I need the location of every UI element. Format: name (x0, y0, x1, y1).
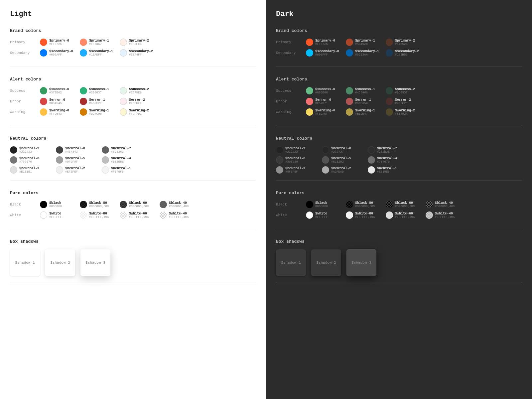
color-info: $neutral-1 #F5F5F5 (111, 167, 131, 174)
color-item: $error-0 #F57071 (306, 98, 342, 105)
dark-success-row: Success $success-0 #66BD88 $success-1 #4… (276, 87, 522, 94)
light-white-row: White $white #FFFFFF $white-80 #FFFFFF,8… (10, 211, 256, 219)
color-item: $black-40 #000000,40% (160, 201, 196, 208)
color-item: $secondary-1 #1EADFF (80, 49, 116, 57)
light-warning-items: $warning-0 #FFC043 $warning-1 #D27C00 (40, 108, 156, 116)
color-item: $primary-0 #FF5725 (40, 39, 76, 46)
color-hex: #00BFFF (315, 53, 339, 57)
color-name: $warning-1 (89, 109, 109, 112)
dark-neutral-label: Neutral colors (276, 136, 522, 141)
light-alert-section: Alert colors Success $success-0 #379B62 … (10, 77, 256, 126)
color-item: $warning-0 #F5DA5F (306, 108, 342, 116)
light-black-items: $black #000000 $black-80 #000000,80% (40, 201, 196, 208)
dark-white-row: White $white #FFFFFF $white-80 #FFFFFF,8… (276, 211, 522, 219)
dark-pure-section: Pure colors Black $black #000000 $black-… (276, 191, 522, 229)
dark-shadows-label: Box shadows (276, 239, 522, 244)
color-hex: #E3F4FF (129, 53, 153, 57)
light-title: Light (10, 10, 256, 18)
color-info: $secondary-2 #E3F4FF (129, 50, 153, 57)
light-neutral-items: $neutral-9 #222222 $neutral-8 #434343 $n… (10, 146, 256, 174)
dark-error-items: $error-0 #F57071 $error-1 #B05354 (306, 98, 422, 105)
color-name: $primary-2 (395, 39, 415, 43)
color-hex: #434343 (65, 150, 85, 154)
light-secondary-items: $secondary-0 #007AFF $secondary-1 #1EADF… (40, 49, 156, 57)
color-hex: #E1E1E1 (19, 170, 39, 174)
color-hex: #000000 (315, 205, 328, 208)
color-info: $black-60 #000000,60% (395, 201, 415, 208)
neutral-item: $neutral-4 #707070 (368, 156, 411, 164)
color-name: $neutral-7 (377, 147, 397, 150)
dark-shadows-section: Box shadows $shadow-1 $shadow-2 $shadow-… (276, 239, 522, 283)
color-name: $neutral-7 (111, 147, 131, 150)
light-success-items: $success-0 #379B62 $success-1 #20S837 (40, 87, 156, 94)
neutral-item: $neutral-6 #393939 (276, 156, 319, 164)
color-name: $neutral-9 (285, 147, 305, 150)
color-hex: #66BD88 (315, 91, 335, 94)
neutral-swatch (322, 166, 329, 174)
color-hex: #000000,40% (169, 205, 189, 208)
dark-brand-label: Brand colors (276, 28, 522, 33)
color-info: $neutral-1 #E8E8E8 (377, 167, 397, 174)
dark-neutral-section: Neutral colors $neutral-9 #222222 $neutr… (276, 136, 522, 181)
color-info: $neutral-5 #525252 (331, 157, 351, 164)
color-swatch (386, 98, 393, 105)
color-info: $success-1 #20S837 (89, 87, 109, 94)
color-item: $white-80 #FFFFFF,80% (80, 211, 116, 219)
color-item: $primary-1 #AB4628 (346, 39, 382, 46)
light-shadows-section: Box shadows $shadow-1 $shadow-2 $shadow-… (10, 239, 256, 283)
color-name: $black-60 (129, 201, 149, 205)
color-hex: #ADADAD (331, 170, 351, 174)
color-hex: #1EADFF (89, 53, 113, 57)
color-hex: #FF8867 (89, 43, 109, 46)
color-name: $secondary-0 (315, 50, 339, 53)
color-hex: #20S837 (89, 91, 109, 94)
color-name: $black (315, 201, 328, 205)
color-swatch (40, 98, 47, 105)
color-item: $black #000000 (40, 201, 76, 208)
color-name: $black-60 (395, 201, 415, 205)
color-name: $neutral-8 (65, 147, 85, 150)
color-item: $warning-0 #FFC043 (40, 108, 76, 116)
color-name: $secondary-0 (49, 50, 73, 53)
color-info: $white-40 #FFFFFF,40% (435, 212, 455, 219)
color-info: $neutral-2 #EFEFEF (65, 167, 85, 174)
color-swatch (346, 201, 353, 208)
color-swatch (306, 108, 313, 116)
dark-error-label: Error (276, 99, 306, 103)
color-hex: #FFEFE6 (129, 43, 149, 46)
neutral-swatch (56, 146, 63, 154)
color-name: $error-0 (49, 98, 65, 102)
color-info: $black-40 #000000,40% (169, 201, 189, 208)
color-hex: #FFFFFF,80% (355, 215, 375, 219)
dark-primary-row: Primary $primary-0 #FF5725 $primary-1 #A… (276, 39, 522, 46)
color-hex: #E8E8E8 (377, 170, 397, 174)
neutral-item: $neutral-2 #EFEFEF (56, 166, 99, 174)
color-info: $neutral-2 #ADADAD (331, 167, 351, 174)
neutral-swatch (102, 166, 109, 174)
color-hex: #51482A (395, 112, 415, 116)
color-name: $white-40 (169, 212, 189, 215)
color-name: $error-1 (89, 98, 105, 102)
color-name: $white-80 (355, 212, 375, 215)
color-hex: #000000 (49, 205, 62, 208)
neutral-swatch (10, 146, 17, 154)
light-shadows-label: Box shadows (10, 239, 256, 244)
light-white-label: White (10, 213, 40, 217)
color-hex: #D27C00 (89, 112, 109, 116)
color-info: $neutral-6 #767676 (19, 157, 39, 164)
color-name: $warning-2 (129, 109, 149, 112)
color-name: $neutral-1 (111, 167, 131, 170)
color-item: $warning-1 #B19E47 (346, 108, 382, 116)
color-name: $neutral-9 (19, 147, 39, 150)
color-name: $neutral-6 (19, 157, 39, 160)
color-item: $black-80 #000000,80% (80, 201, 116, 208)
color-hex: #222222 (19, 150, 39, 154)
color-swatch (306, 87, 313, 94)
color-info: $error-2 #4D2E2E (395, 98, 411, 105)
color-swatch (160, 201, 167, 208)
color-name: $primary-1 (355, 39, 375, 43)
light-primary-label: Primary (10, 40, 40, 44)
dark-secondary-label: Secondary (276, 51, 306, 55)
color-name: $neutral-5 (331, 157, 351, 160)
color-info: $neutral-7 #2E2E2E (377, 147, 397, 154)
